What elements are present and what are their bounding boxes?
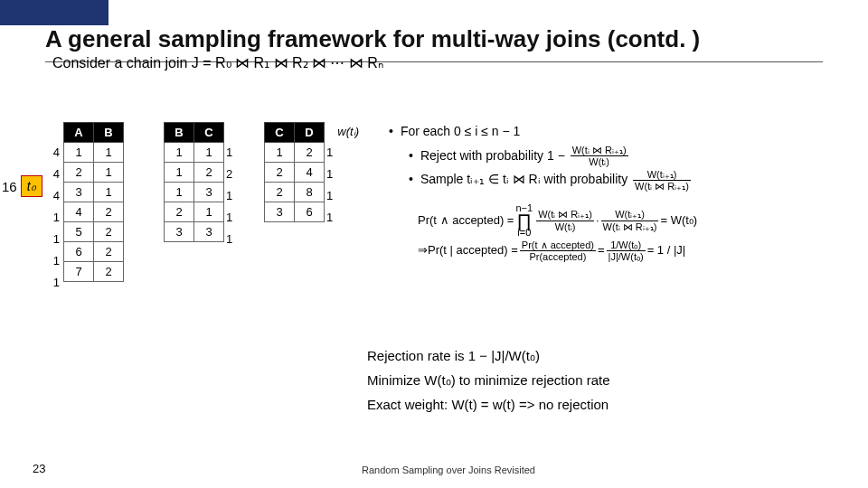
weights-AB: 4441111 (47, 142, 60, 294)
row-weight: 1 (326, 207, 339, 229)
row-weight: 1 (47, 250, 60, 272)
table-row: 24 (265, 163, 325, 183)
table-row: 72 (64, 262, 124, 282)
table-row: 28 (265, 183, 325, 202)
table-row: 33 (165, 222, 224, 242)
t0-annotation: 16 t₀ (2, 175, 42, 197)
col-header: B (94, 123, 124, 143)
col-header: B (165, 123, 194, 143)
row-weight: 4 (47, 142, 60, 164)
weights-BC: 12111 (226, 142, 239, 250)
bullet-sample: Sample tᵢ₊₁ ∈ tᵢ ⋈ Rᵢ with probability W… (420, 167, 693, 192)
table-row: 12 (265, 143, 325, 163)
table-row: 13 (165, 183, 224, 202)
table-row: 52 (64, 222, 124, 242)
wt-label: w(tᵢ) (337, 125, 359, 138)
row-weight: 1 (47, 272, 60, 294)
table-row: 31 (64, 183, 124, 202)
row-weight: 1 (47, 207, 60, 229)
note-minimize: Minimize W(t₀) to minimize rejection rat… (367, 368, 610, 392)
bullet-foreach: For each 0 ≤ i ≤ n − 1 (401, 119, 521, 144)
table-row: 62 (64, 242, 124, 262)
row-weight: 1 (226, 142, 239, 164)
table-CD-wrap: 1111 w(tᵢ) CD 12242836 (264, 122, 325, 222)
tables-area: 4441111 AB 11213142526272 12111 BC 11121… (63, 122, 325, 282)
table-row: 11 (165, 143, 224, 163)
table-row: 36 (265, 202, 325, 222)
table-row: 21 (165, 202, 224, 222)
row-weight: 1 (326, 142, 339, 164)
footer-text: Random Sampling over Joins Revisited (362, 465, 535, 475)
t0-box: t₀ (21, 175, 42, 197)
row-weight: 4 (47, 185, 60, 207)
accent-bar (0, 0, 108, 25)
algorithm-bullets: •For each 0 ≤ i ≤ n − 1 • Reject with pr… (389, 119, 859, 192)
col-header: D (295, 123, 325, 143)
row-weight: 4 (47, 164, 60, 185)
col-header: C (265, 123, 295, 143)
table-BC: BC 1112132133 (164, 122, 224, 242)
row-weight: 1 (226, 229, 239, 250)
row-weight: 1 (226, 185, 239, 207)
slide-number: 23 (33, 462, 45, 475)
weights-CD: 1111 (326, 142, 339, 229)
intro-line: Consider a chain join J = R₀ ⋈ R₁ ⋈ R₂ ⋈… (52, 54, 383, 71)
table-row: 21 (64, 163, 124, 183)
row-weight: 1 (226, 207, 239, 229)
table-row: 11 (64, 143, 124, 163)
bullet-reject: Reject with probability 1 − W(tᵢ ⋈ Rᵢ₊₁)… (420, 144, 630, 168)
row-weight: 2 (226, 164, 239, 185)
bottom-notes: Rejection rate is 1 − |J|/W(t₀) Minimize… (367, 343, 610, 417)
table-row: 12 (165, 163, 224, 183)
table-AB: AB 11213142526272 (63, 122, 124, 282)
row-weight: 1 (47, 229, 60, 250)
table-AB-wrap: 4441111 AB 11213142526272 (63, 122, 124, 282)
row-weight: 1 (326, 164, 339, 185)
col-header: C (194, 123, 224, 143)
note-exact-weight: Exact weight: W(t) = w(t) => no rejectio… (367, 392, 610, 417)
table-BC-wrap: 12111 BC 1112132133 (164, 122, 224, 242)
equations-block: Pr(t ∧ accepted) = n−1 ∏ i=0 W(tᵢ ⋈ Rᵢ₊₁… (418, 203, 697, 264)
col-header: A (64, 123, 94, 143)
slide-title: A general sampling framework for multi-w… (45, 25, 700, 53)
t0-count: 16 (2, 179, 17, 194)
eq-accepted: Pr(t ∧ accepted) = n−1 ∏ i=0 W(tᵢ ⋈ Rᵢ₊₁… (418, 203, 697, 238)
note-rejection-rate: Rejection rate is 1 − |J|/W(t₀) (367, 343, 610, 368)
row-weight: 1 (326, 185, 339, 207)
table-CD: CD 12242836 (264, 122, 325, 222)
eq-conditional: ⇒ Pr(t | accepted) = Pr(t ∧ accepted)Pr(… (418, 239, 697, 262)
table-row: 42 (64, 202, 124, 222)
